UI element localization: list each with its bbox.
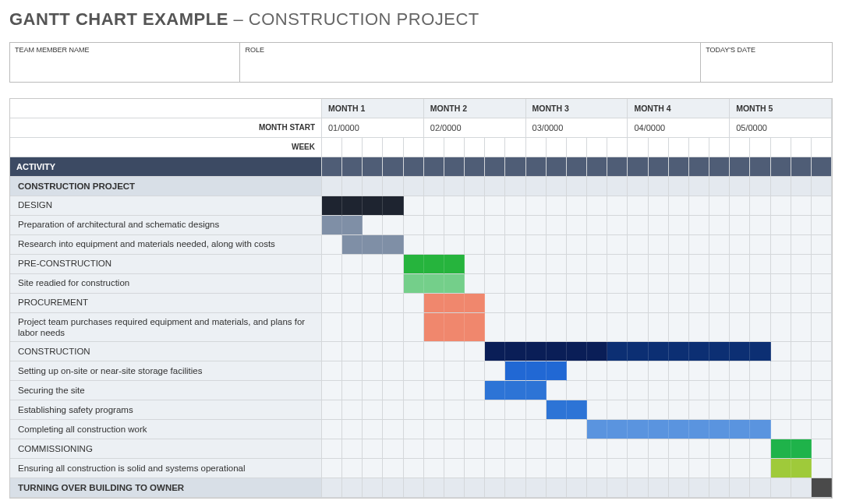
gantt-bar-9-11 — [526, 361, 547, 381]
activity-header-cell-5 — [404, 157, 424, 177]
gantt-cell-3-11 — [526, 235, 547, 255]
gantt-bar-5-7 — [444, 274, 465, 294]
activity-header-cell-21 — [730, 157, 750, 177]
gantt-cell-11-7 — [444, 400, 465, 420]
gantt-cell-5-9 — [485, 274, 505, 294]
gantt-cell-0-23 — [771, 177, 791, 196]
gantt-cell-5-13 — [567, 274, 587, 294]
gantt-cell-9-18 — [669, 361, 689, 381]
gantt-cell-12-11 — [526, 420, 547, 439]
gantt-bar-8-19 — [689, 342, 709, 361]
gantt-cell-11-1 — [322, 400, 342, 420]
gantt-cell-4-1 — [322, 255, 342, 274]
gantt-bar-14-23 — [771, 459, 791, 478]
gantt-cell-6-21 — [730, 294, 750, 313]
gantt-cell-6-2 — [342, 294, 363, 313]
gantt-cell-15-20 — [709, 478, 730, 498]
week-cell-16 — [628, 138, 648, 157]
gantt-cell-13-10 — [505, 439, 525, 459]
gantt-cell-10-18 — [669, 381, 689, 400]
gantt-cell-14-13 — [567, 459, 587, 478]
gantt-cell-1-6 — [424, 196, 444, 216]
gantt-cell-5-4 — [383, 274, 403, 294]
row-label-15: TURNING OVER BUILDING TO OWNER — [10, 478, 322, 498]
gantt-bar-8-12 — [547, 342, 567, 361]
week-cell-7 — [444, 138, 465, 157]
gantt-cell-13-2 — [342, 439, 363, 459]
month-start-5: 05/0000 — [730, 118, 832, 138]
gantt-cell-2-10 — [505, 216, 525, 235]
gantt-cell-9-6 — [424, 361, 444, 381]
gantt-cell-6-20 — [709, 294, 730, 313]
gantt-cell-0-10 — [505, 177, 525, 196]
gantt-cell-9-9 — [485, 361, 505, 381]
gantt-cell-4-16 — [628, 255, 648, 274]
gantt-cell-4-2 — [342, 255, 363, 274]
blank-cell — [10, 99, 322, 118]
gantt-bar-1-1 — [322, 196, 342, 216]
gantt-cell-15-15 — [607, 478, 628, 498]
gantt-cell-11-18 — [669, 400, 689, 420]
gantt-cell-6-5 — [404, 294, 424, 313]
meta-role-input[interactable] — [240, 57, 701, 82]
activity-header-cell-4 — [383, 157, 403, 177]
week-cell-6 — [424, 138, 444, 157]
week-cell-23 — [771, 138, 791, 157]
activity-header: ACTIVITY — [10, 157, 322, 177]
gantt-bar-4-7 — [444, 255, 465, 274]
gantt-cell-15-3 — [363, 478, 383, 498]
week-cell-13 — [567, 138, 587, 157]
gantt-cell-12-3 — [363, 420, 383, 439]
meta-team-member-input[interactable] — [10, 57, 240, 82]
gantt-cell-13-9 — [485, 439, 505, 459]
gantt-cell-4-13 — [567, 255, 587, 274]
gantt-cell-1-15 — [607, 196, 628, 216]
week-cell-20 — [709, 138, 730, 157]
gantt-cell-9-25 — [812, 361, 832, 381]
gantt-cell-13-14 — [587, 439, 607, 459]
month-header-1: MONTH 1 — [322, 99, 424, 118]
gantt-cell-11-20 — [709, 400, 730, 420]
gantt-cell-5-16 — [628, 274, 648, 294]
gantt-cell-4-12 — [547, 255, 567, 274]
gantt-cell-6-15 — [607, 294, 628, 313]
gantt-bar-8-20 — [709, 342, 730, 361]
gantt-cell-6-10 — [505, 294, 525, 313]
gantt-cell-14-11 — [526, 459, 547, 478]
gantt-cell-8-3 — [363, 342, 383, 361]
gantt-bar-12-14 — [587, 420, 607, 439]
gantt-cell-6-3 — [363, 294, 383, 313]
gantt-bar-5-6 — [424, 274, 444, 294]
meta-today-input[interactable] — [701, 57, 833, 82]
gantt-cell-11-10 — [505, 400, 525, 420]
gantt-bar-12-17 — [649, 420, 669, 439]
gantt-cell-0-13 — [567, 177, 587, 196]
gantt-cell-13-7 — [444, 439, 465, 459]
gantt-cell-0-5 — [404, 177, 424, 196]
activity-header-cell-22 — [750, 157, 770, 177]
gantt-bar-11-13 — [567, 400, 587, 420]
gantt-bar-3-2 — [342, 235, 363, 255]
gantt-bar-12-19 — [689, 420, 709, 439]
gantt-cell-0-11 — [526, 177, 547, 196]
gantt-cell-10-8 — [465, 381, 485, 400]
gantt-bar-6-8 — [465, 294, 485, 313]
gantt-cell-7-9 — [485, 313, 505, 343]
gantt-cell-3-19 — [689, 235, 709, 255]
gantt-cell-4-9 — [485, 255, 505, 274]
activity-header-cell-2 — [342, 157, 363, 177]
week-cell-3 — [363, 138, 383, 157]
gantt-cell-15-24 — [791, 478, 812, 498]
gantt-cell-10-24 — [791, 381, 812, 400]
gantt-cell-14-7 — [444, 459, 465, 478]
gantt-cell-7-20 — [709, 313, 730, 343]
gantt-bar-2-1 — [322, 216, 342, 235]
gantt-cell-12-12 — [547, 420, 567, 439]
gantt-cell-13-12 — [547, 439, 567, 459]
gantt-cell-2-16 — [628, 216, 648, 235]
gantt-cell-0-9 — [485, 177, 505, 196]
gantt-cell-3-9 — [485, 235, 505, 255]
gantt-cell-3-14 — [587, 235, 607, 255]
gantt-cell-3-23 — [771, 235, 791, 255]
gantt-cell-5-19 — [689, 274, 709, 294]
